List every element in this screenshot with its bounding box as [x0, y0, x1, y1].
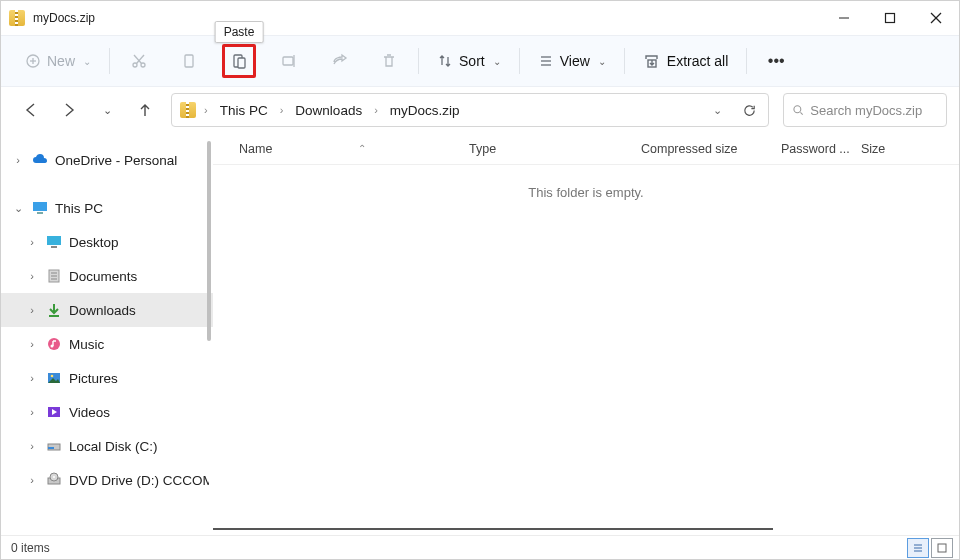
music-icon	[45, 335, 63, 353]
share-button[interactable]	[322, 44, 356, 78]
cut-button[interactable]	[122, 44, 156, 78]
sidebar-item-dvd-drive[interactable]: › DVD Drive (D:) CCCOM	[1, 463, 213, 497]
up-button[interactable]	[133, 98, 157, 122]
svg-rect-22	[33, 202, 47, 211]
more-button[interactable]: •••	[759, 44, 793, 78]
ellipsis-icon: •••	[768, 52, 785, 70]
sidebar-item-downloads[interactable]: › Downloads	[1, 293, 213, 327]
zip-folder-icon	[180, 102, 196, 118]
search-box[interactable]	[783, 93, 947, 127]
svg-rect-43	[938, 544, 946, 552]
download-icon	[45, 301, 63, 319]
column-header-compressed-size[interactable]: Compressed size	[641, 142, 781, 156]
close-button[interactable]	[913, 1, 959, 35]
paste-tooltip: Paste	[215, 21, 264, 43]
chevron-right-icon: ›	[278, 104, 286, 116]
sort-label: Sort	[459, 53, 485, 69]
sidebar-item-onedrive[interactable]: › OneDrive - Personal	[1, 143, 213, 177]
paste-icon	[230, 52, 248, 70]
svg-point-33	[51, 375, 54, 378]
file-list: This folder is empty.	[213, 165, 959, 535]
column-header-name[interactable]: Name ⌃	[239, 142, 469, 156]
delete-button[interactable]	[372, 44, 406, 78]
forward-button[interactable]	[57, 98, 81, 122]
column-label: Password ...	[781, 142, 850, 156]
sidebar-item-videos[interactable]: › Videos	[1, 395, 213, 429]
column-header-password[interactable]: Password ...	[781, 142, 861, 156]
rename-button[interactable]	[272, 44, 306, 78]
view-toggle	[907, 538, 953, 558]
chevron-down-icon: ⌄	[713, 104, 722, 117]
breadcrumb-this-pc[interactable]: This PC	[216, 103, 272, 118]
chevron-down-icon: ⌄	[598, 56, 606, 67]
sort-icon	[437, 53, 453, 69]
sidebar-item-label: Documents	[69, 269, 137, 284]
trash-icon	[380, 52, 398, 70]
sidebar-item-local-disk[interactable]: › Local Disk (C:)	[1, 429, 213, 463]
breadcrumb-downloads[interactable]: Downloads	[291, 103, 366, 118]
chevron-right-icon: ›	[25, 372, 39, 384]
sidebar-item-desktop[interactable]: › Desktop	[1, 225, 213, 259]
scissors-icon	[130, 52, 148, 70]
svg-point-30	[48, 338, 60, 350]
minimize-button[interactable]	[821, 1, 867, 35]
share-icon	[330, 52, 348, 70]
chevron-down-icon: ⌄	[11, 202, 25, 215]
thumbnails-view-button[interactable]	[931, 538, 953, 558]
sidebar-item-label: DVD Drive (D:) CCCOM	[69, 473, 209, 488]
sidebar-item-pictures[interactable]: › Pictures	[1, 361, 213, 395]
chevron-right-icon: ›	[25, 236, 39, 248]
nav-bar: ⌄ › This PC › Downloads › myDocs.zip ⌄	[1, 87, 959, 133]
svg-point-20	[794, 106, 801, 113]
sidebar-item-label: OneDrive - Personal	[55, 153, 177, 168]
maximize-button[interactable]	[867, 1, 913, 35]
recent-button[interactable]: ⌄	[95, 98, 119, 122]
chevron-down-icon: ⌄	[103, 104, 112, 117]
search-input[interactable]	[810, 103, 938, 118]
sidebar-item-label: This PC	[55, 201, 103, 216]
sidebar-item-this-pc[interactable]: ⌄ This PC	[1, 191, 213, 225]
sidebar-item-documents[interactable]: › Documents	[1, 259, 213, 293]
column-header-size[interactable]: Size	[861, 142, 921, 156]
empty-folder-text: This folder is empty.	[213, 185, 959, 200]
extract-icon	[643, 52, 661, 70]
back-button[interactable]	[19, 98, 43, 122]
horizontal-scrollbar[interactable]	[213, 527, 949, 531]
column-header-type[interactable]: Type	[469, 142, 641, 156]
copy-icon	[180, 52, 198, 70]
chevron-right-icon: ›	[372, 104, 380, 116]
list-icon	[538, 53, 554, 69]
sidebar-item-music[interactable]: › Music	[1, 327, 213, 361]
document-icon	[45, 267, 63, 285]
new-label: New	[47, 53, 75, 69]
pictures-icon	[45, 369, 63, 387]
svg-rect-13	[238, 58, 245, 68]
column-label: Name	[239, 142, 272, 156]
refresh-button[interactable]	[736, 97, 762, 123]
sort-button[interactable]: Sort ⌄	[431, 44, 507, 78]
breadcrumb-current[interactable]: myDocs.zip	[386, 103, 464, 118]
paste-button[interactable]: Paste	[222, 44, 256, 78]
new-button[interactable]: New ⌄	[19, 44, 97, 78]
sidebar-scrollbar[interactable]	[207, 141, 211, 341]
column-label: Type	[469, 142, 496, 156]
extract-all-button[interactable]: Extract all	[637, 44, 734, 78]
address-bar[interactable]: › This PC › Downloads › myDocs.zip ⌄	[171, 93, 769, 127]
drive-icon	[45, 437, 63, 455]
title-bar: myDocs.zip	[1, 1, 959, 35]
column-label: Compressed size	[641, 142, 738, 156]
svg-point-31	[51, 345, 54, 348]
copy-button[interactable]	[172, 44, 206, 78]
column-headers: Name ⌃ Type Compressed size Password ...…	[213, 133, 959, 165]
view-button[interactable]: View ⌄	[532, 44, 612, 78]
svg-rect-24	[47, 236, 61, 245]
details-view-button[interactable]	[907, 538, 929, 558]
svg-rect-11	[185, 55, 193, 67]
svg-line-21	[800, 112, 802, 114]
videos-icon	[45, 403, 63, 421]
zip-folder-icon	[9, 10, 25, 26]
file-explorer-window: myDocs.zip New ⌄ Paste	[0, 0, 960, 560]
address-dropdown[interactable]: ⌄	[704, 97, 730, 123]
sort-chevron-up-icon: ⌃	[358, 143, 366, 154]
extract-label: Extract all	[667, 53, 728, 69]
